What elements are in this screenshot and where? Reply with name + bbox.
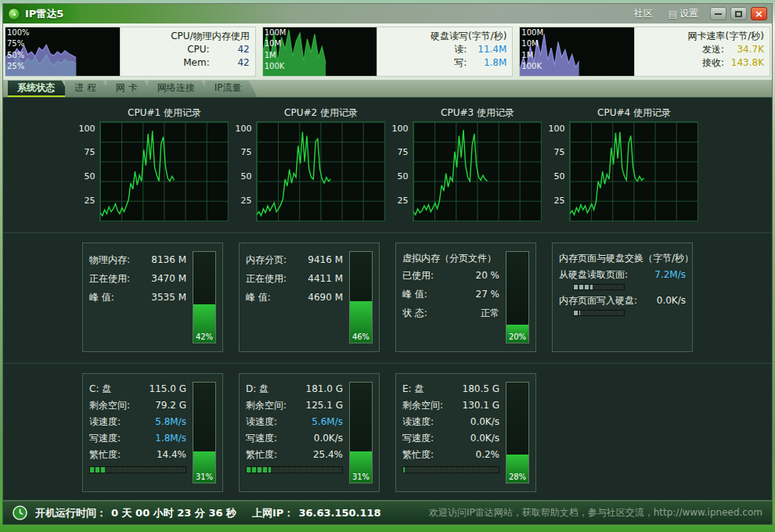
panel-row-item: C: 盘115.0 G [89, 381, 186, 397]
tab-bar: 系统状态 进 程 网 卡 网络连接 IP流量 [2, 80, 773, 97]
disk-d-busy-bar [246, 466, 343, 473]
maximize-button[interactable] [730, 7, 747, 20]
uptime-label: 开机运行时间： [35, 506, 106, 520]
cpu1-history-chart: CPU#1 使用记录 100 75 50 25 [76, 104, 230, 221]
panel-row-item: 写速度:0.0K/s [246, 430, 343, 447]
settings-icon: ▤ [669, 9, 677, 20]
settings-button[interactable]: ▤设置 [661, 7, 706, 20]
disk-e-panel: E: 盘180.5 G 剩余空间:130.1 G 读速度:0.0K/s 写速度:… [395, 373, 536, 492]
cpu2-history-chart: CPU#2 使用记录 100 75 50 25 [232, 104, 387, 221]
panel-row-item: 剩余空间:130.1 G [402, 397, 499, 414]
panel-row-item: 剩余空间:79.2 G [89, 397, 186, 414]
panel-row-item: 繁忙度:25.4% [246, 447, 343, 463]
panel-row-item: 剩余空间:125.1 G [246, 397, 343, 414]
ip-label: 上网IP： [252, 506, 294, 520]
disk-io-mini-chart: 100M 10M 1M 100K [263, 27, 378, 76]
cpu-stat: CPU:42 [124, 43, 250, 56]
cpu-memory-mini-chart: 100% 75% 50% 25% [5, 27, 121, 76]
panel-row-item: 读速度:5.8M/s [89, 414, 186, 430]
cpu1-chart-area [99, 121, 229, 221]
memory-paging-panel: 内存分页:9416 M 正在使用:4411 M 峰 值:4690 M 46% [239, 243, 380, 352]
page-swap-panel: 内存页面与硬盘交换（字节/秒） 从硬盘读取页面:7.2M/s 内存页面写入硬盘:… [552, 243, 693, 352]
disk-d-panel: D: 盘181.0 G 剩余空间:125.1 G 读速度:5.6M/s 写速度:… [239, 373, 380, 492]
disk-c-busy-bar [89, 466, 186, 473]
read-stat: 读:11.4M [380, 43, 506, 56]
swap-read-bar [573, 284, 625, 290]
app-title: IP雷达5 [25, 7, 63, 21]
disk-io-panel: 100M 10M 1M 100K 硬盘读写(字节/秒) 读:11.4M 写:1.… [262, 27, 514, 77]
memory-section: 物理内存:8136 M 正在使用:3470 M 峰 值:3535 M 42% 内… [3, 233, 772, 364]
minimize-button[interactable] [710, 7, 726, 20]
y-axis-labels: 100 75 50 25 [232, 121, 256, 221]
panel-row-item: 内存页面写入硬盘:0.0K/s [559, 292, 686, 309]
panel-row-item: 状 态:正常 [402, 304, 499, 322]
panel-row-item: 繁忙度:0.2% [402, 447, 499, 463]
chart-title: CPU/物理内存使用 [124, 30, 250, 43]
tab-ip-traffic[interactable]: IP流量 [205, 81, 258, 97]
panel-row-item: 内存分页:9416 M [246, 250, 343, 269]
network-mini-chart: 100M 10M 1M 100K [520, 27, 635, 76]
disk-io-info: 硬盘读写(字节/秒) 读:11.4M 写:1.8M [377, 27, 512, 76]
disk-section: C: 盘115.0 G 剩余空间:79.2 G 读速度:5.8M/s 写速度:1… [3, 364, 772, 501]
community-link[interactable]: 社区 [626, 7, 661, 20]
uptime-value: 0 天 00 小时 23 分 36 秒 [111, 506, 236, 520]
titlebar: IP雷达5 社区 ▤设置 × [2, 3, 773, 23]
app-logo-icon [8, 8, 20, 20]
receive-stat: 接收:143.8K [638, 56, 764, 70]
chart-title: 网卡速率(字节/秒) [638, 30, 764, 43]
panel-row-item: 峰 值:27 % [402, 285, 499, 304]
y-axis-labels: 100 75 50 25 [76, 121, 99, 221]
physical-memory-panel: 物理内存:8136 M 正在使用:3470 M 峰 值:3535 M 42% [82, 243, 223, 352]
physical-memory-gauge: 42% [193, 251, 216, 343]
memory-paging-gauge: 46% [349, 251, 373, 343]
tab-network-card[interactable]: 网 卡 [106, 81, 153, 97]
disk-e-busy-bar [402, 466, 499, 473]
cpu3-chart-area [413, 121, 542, 221]
panel-row-item: 读速度:5.6M/s [246, 414, 343, 430]
cpu4-history-chart: CPU#4 使用记录 100 75 50 25 [546, 104, 700, 221]
panel-row-item: 峰 值:3535 M [89, 288, 186, 307]
panel-row-item: 从硬盘读取页面:7.2M/s [559, 266, 686, 283]
panel-row-item: 读速度:0.0K/s [402, 414, 499, 430]
y-axis-labels: 100 75 50 25 [389, 121, 413, 221]
panel-row-item: 繁忙度:14.4% [89, 447, 186, 463]
title-badge: IP雷达5 [3, 4, 81, 23]
panel-row-item: 峰 值:4690 M [246, 288, 343, 307]
disk-c-gauge: 31% [193, 382, 216, 483]
cpu3-history-chart: CPU#3 使用记录 100 75 50 25 [389, 104, 543, 221]
cpu4-chart-area [569, 121, 698, 221]
send-stat: 发送:34.7K [638, 43, 764, 56]
clock-icon [13, 505, 27, 520]
disk-c-panel: C: 盘115.0 G 剩余空间:79.2 G 读速度:5.8M/s 写速度:1… [82, 373, 223, 492]
disk-e-gauge: 28% [506, 382, 529, 483]
minimize-icon [715, 13, 722, 15]
cpu-memory-info: CPU/物理内存使用 CPU:42 Mem:42 [121, 27, 255, 76]
virtual-memory-gauge: 20% [506, 251, 529, 343]
app-window: IP雷达5 社区 ▤设置 × 100% 75% 50% 25% CPU/物理内存… [2, 3, 773, 525]
ip-value: 36.63.150.118 [298, 507, 380, 519]
y-axis-labels: 100 75 50 25 [546, 121, 569, 221]
network-speed-panel: 100M 10M 1M 100K 网卡速率(字节/秒) 发送:34.7K 接收:… [519, 27, 770, 77]
top-chart-strip: 100% 75% 50% 25% CPU/物理内存使用 CPU:42 Mem:4… [2, 23, 773, 80]
cpu-memory-usage-panel: 100% 75% 50% 25% CPU/物理内存使用 CPU:42 Mem:4… [5, 27, 256, 77]
disk-d-gauge: 31% [349, 382, 373, 483]
tab-network-connections[interactable]: 网络连接 [148, 81, 211, 97]
panel-header: 内存页面与硬盘交换（字节/秒） [559, 250, 686, 266]
network-info: 网卡速率(字节/秒) 发送:34.7K 接收:143.8K [635, 27, 770, 76]
mem-stat: Mem:42 [124, 56, 250, 70]
tab-processes[interactable]: 进 程 [65, 81, 112, 97]
panel-row-item: 写速度:0.0K/s [402, 430, 499, 447]
panel-row-item: 物理内存:8136 M [89, 250, 186, 269]
panel-row-item: 正在使用:3470 M [89, 269, 186, 288]
website-text[interactable]: 欢迎访问IP雷达网站，获取帮助文档，参与社区交流，http://www.ipne… [429, 506, 762, 519]
chart-title: 硬盘读写(字节/秒) [380, 30, 506, 43]
tab-system-status[interactable]: 系统状态 [8, 81, 70, 97]
close-button[interactable]: × [751, 7, 767, 20]
maximize-icon [735, 11, 742, 17]
panel-row-item: 写速度:1.8M/s [89, 430, 186, 447]
cpu2-chart-area [256, 121, 385, 221]
main-content: CPU#1 使用记录 100 75 50 25 CPU#2 使用记录 [2, 97, 773, 501]
status-bar: 开机运行时间： 0 天 00 小时 23 分 36 秒 上网IP： 36.63.… [2, 501, 773, 525]
panel-row-item: 已使用:20 % [402, 266, 499, 285]
swap-write-bar [573, 310, 625, 316]
